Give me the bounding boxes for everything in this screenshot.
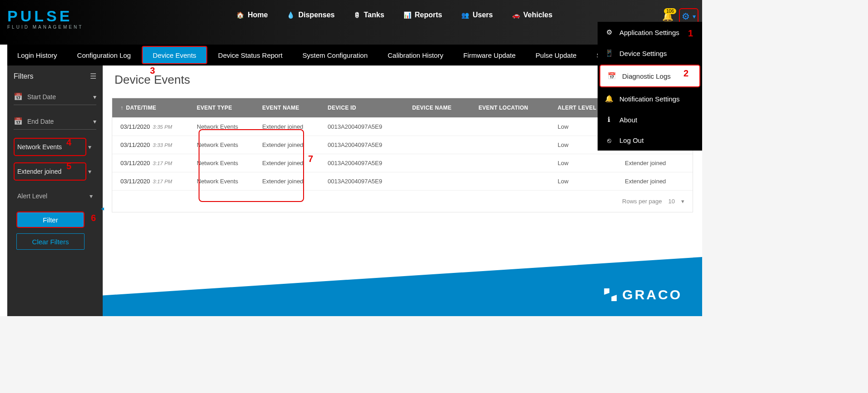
notification-count: 106	[664, 8, 676, 14]
tab-login-history[interactable]: Login History	[7, 45, 67, 66]
footer-triangle	[103, 257, 702, 316]
nav-reports[interactable]: 📊Reports	[404, 11, 442, 19]
end-date-placeholder: End Date	[27, 118, 89, 125]
event-type-select[interactable]: Network Events ▾	[14, 138, 86, 156]
annotation-7: 7	[308, 154, 313, 164]
header-device-name[interactable]: DEVICE NAME	[412, 105, 479, 111]
nav-home[interactable]: 🏠Home	[236, 11, 268, 19]
nav-tanks-label: Tanks	[364, 11, 384, 19]
tank-icon: 🛢	[354, 11, 360, 19]
header-event-location-label: EVENT LOCATION	[479, 105, 528, 111]
table-row[interactable]: 03/11/20203:17 PMNetwork EventsExtender …	[112, 172, 693, 190]
nav-users-label: Users	[473, 11, 493, 19]
cell-extra: Extender joined	[625, 178, 688, 185]
tab-firmware-update[interactable]: Firmware Update	[454, 45, 526, 66]
tab-calibration-history[interactable]: Calibration History	[378, 45, 454, 66]
cell-device-id: 0013A2004097A5E9	[328, 178, 412, 185]
users-icon: 👥	[461, 11, 469, 19]
rows-per-page-value[interactable]: 10	[668, 198, 675, 205]
calendar-icon: 📅	[608, 72, 616, 80]
cell-event-location	[479, 141, 558, 148]
tab-system-configuration[interactable]: System Configuration	[293, 45, 378, 66]
header-device-name-label: DEVICE NAME	[412, 105, 452, 111]
chevron-down-icon: ▾	[88, 143, 91, 151]
chevron-down-icon: ▾	[93, 118, 96, 125]
rows-per-page-label: Rows per page	[622, 198, 662, 205]
chevron-down-icon[interactable]: ▾	[681, 198, 684, 205]
filter-button[interactable]: Filter	[16, 212, 85, 228]
filter-icon[interactable]: ☰	[90, 72, 96, 81]
clear-filters-button-label: Clear Filters	[32, 238, 69, 246]
start-date-input[interactable]: 📅 Start Date ▾	[14, 89, 96, 105]
cell-event-name: Extender joined	[262, 178, 328, 185]
tab-system-configuration-label: System Configuration	[303, 51, 368, 59]
chevron-down-icon: ▾	[90, 192, 93, 200]
filter-button-label: Filter	[43, 216, 58, 224]
cell-device-name	[412, 178, 479, 185]
menu-log-out[interactable]: ⎋Log Out	[598, 130, 702, 151]
event-name-value: Extender joined	[17, 168, 61, 175]
header-datetime[interactable]: ↑DATE/TIME	[117, 105, 197, 111]
app-settings-icon: ⚙	[605, 28, 613, 36]
nav-users[interactable]: 👥Users	[461, 11, 493, 19]
header-event-location[interactable]: EVENT LOCATION	[479, 105, 558, 111]
nav-dispenses[interactable]: 💧Dispenses	[287, 11, 334, 19]
brand-name: GRACO	[622, 287, 682, 302]
filters-header: Filters ☰	[14, 72, 96, 81]
menu-application-settings-label: Application Settings	[619, 29, 679, 36]
cell-event-location	[479, 178, 558, 185]
menu-about[interactable]: ℹAbout	[598, 109, 702, 130]
header-datetime-label: DATE/TIME	[126, 105, 156, 111]
tab-configuration-log-label: Configuration Log	[77, 51, 131, 59]
annotation-1: 1	[688, 28, 693, 39]
tab-firmware-update-label: Firmware Update	[464, 51, 516, 59]
cell-event-location	[479, 160, 558, 166]
menu-notification-settings[interactable]: 🔔Notification Settings	[598, 88, 702, 109]
cell-device-name	[412, 160, 479, 166]
chevron-down-icon: ▾	[88, 168, 91, 175]
tab-device-events[interactable]: Device Events	[142, 46, 207, 64]
calendar-icon: 📅	[14, 117, 23, 126]
cell-event-name: Extender joined	[262, 123, 328, 130]
event-type-value: Network Events	[17, 143, 62, 151]
table-row[interactable]: 03/11/20203:17 PMNetwork EventsExtender …	[112, 154, 693, 172]
header-device-id[interactable]: DEVICE ID	[328, 105, 412, 111]
menu-device-settings[interactable]: 📱Device Settings	[598, 43, 702, 64]
cell-event-type: Network Events	[197, 141, 262, 148]
tab-pulse-update[interactable]: Pulse Update	[526, 45, 587, 66]
annotation-5: 5	[66, 161, 71, 171]
logout-icon: ⎋	[605, 136, 613, 144]
header-event-name[interactable]: EVENT NAME	[262, 105, 328, 111]
cell-device-name	[412, 141, 479, 148]
tab-calibration-history-label: Calibration History	[388, 51, 444, 59]
menu-application-settings[interactable]: ⚙Application Settings	[598, 22, 702, 43]
logo: PULSE FLUID MANAGEMENT	[7, 8, 83, 30]
cell-event-type: Network Events	[197, 123, 262, 130]
clear-filters-button[interactable]: Clear Filters	[16, 233, 85, 250]
tab-device-status-report[interactable]: Device Status Report	[208, 45, 293, 66]
nav-vehicles[interactable]: 🚗Vehicles	[512, 11, 553, 19]
nav-tanks[interactable]: 🛢Tanks	[354, 11, 384, 19]
annotation-2: 2	[683, 68, 688, 79]
event-name-select[interactable]: Extender joined ▾	[14, 162, 86, 181]
menu-log-out-label: Log Out	[619, 136, 644, 144]
alert-level-placeholder: Alert Level	[17, 192, 47, 200]
header-event-type-label: EVENT TYPE	[197, 105, 232, 111]
cell-event-type: Network Events	[197, 178, 262, 185]
filters-sidebar: Filters ☰ 📅 Start Date ▾ 📅 End Date ▾ Ne…	[7, 66, 103, 316]
cell-event-type: Network Events	[197, 160, 262, 166]
chevron-down-icon: ▾	[693, 13, 696, 20]
header-device-id-label: DEVICE ID	[328, 105, 356, 111]
brand-footer: GRACO	[604, 287, 682, 302]
cell-event-name: Extender joined	[262, 160, 328, 166]
logo-subtitle: FLUID MANAGEMENT	[7, 25, 83, 30]
notifications-button[interactable]: 🔔 106	[662, 11, 673, 22]
end-date-input[interactable]: 📅 End Date ▾	[14, 113, 96, 130]
tab-configuration-log[interactable]: Configuration Log	[67, 45, 141, 66]
alert-level-select[interactable]: Alert Level ▾	[14, 187, 96, 205]
settings-menu: ⚙Application Settings 📱Device Settings 📅…	[598, 22, 702, 151]
tab-login-history-label: Login History	[17, 51, 57, 59]
annotation-4: 4	[66, 137, 71, 148]
menu-notification-settings-label: Notification Settings	[619, 95, 680, 103]
header-event-type[interactable]: EVENT TYPE	[197, 105, 262, 111]
